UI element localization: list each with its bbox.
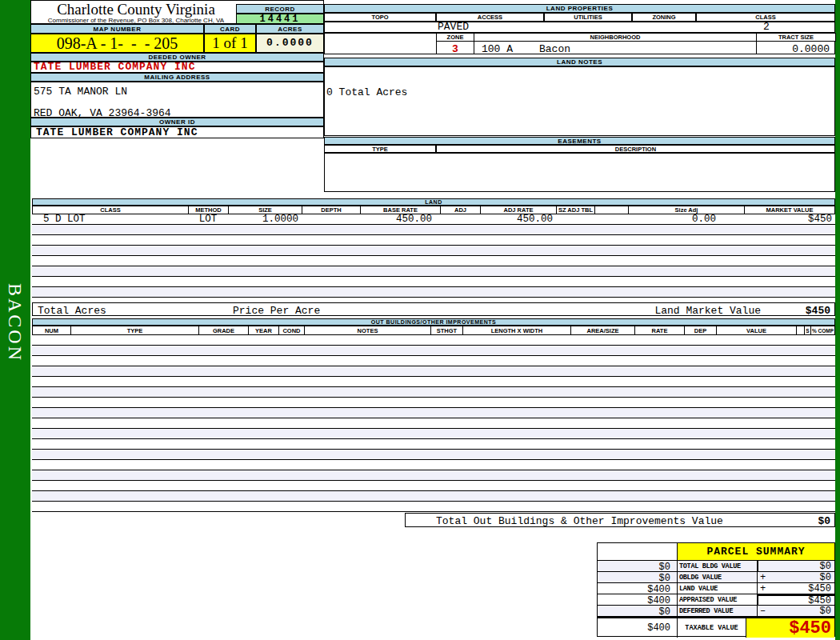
land-col-adj: ADJ bbox=[440, 206, 480, 214]
land-col-base-rate: BASE RATE bbox=[360, 206, 440, 214]
empty-row bbox=[32, 335, 835, 346]
easement-description-header: DESCRIPTION bbox=[436, 145, 835, 153]
price-per-acre-label: Price Per Acre bbox=[233, 305, 320, 317]
land-cell-base-rate: 450.00 bbox=[360, 214, 440, 224]
label-total-bldg: TOTAL BLDG VALUE bbox=[678, 561, 758, 571]
district-name-vertical: BACON bbox=[4, 259, 26, 387]
land-properties-values: PAVED 2 bbox=[324, 22, 835, 33]
out-buildings-header-row: NUM TYPE GRADE YEAR COND NOTES STHGT LEN… bbox=[32, 326, 835, 335]
empty-row bbox=[32, 366, 835, 377]
land-col-market-value: MARKET VALUE bbox=[744, 206, 835, 214]
empty-row bbox=[32, 256, 835, 266]
easements-title: EASEMENTS bbox=[324, 137, 835, 145]
easement-type-header: TYPE bbox=[324, 145, 436, 153]
label-appraised: APPRAISED VALUE bbox=[678, 594, 758, 605]
land-notes-title: LAND NOTES bbox=[324, 58, 835, 66]
mailing-address-line1: 575 TA MANOR LN bbox=[34, 86, 323, 98]
op-obldg: + bbox=[758, 572, 772, 583]
land-market-value-label: Land Market Value bbox=[654, 305, 761, 317]
land-col-class: CLASS bbox=[32, 206, 188, 214]
value-taxable: $450 bbox=[746, 618, 834, 638]
empty-row bbox=[32, 235, 835, 246]
land-col-sz-adj-tbl: SZ ADJ TBL bbox=[556, 206, 594, 214]
empty-row bbox=[32, 277, 835, 287]
empty-row bbox=[32, 481, 835, 491]
summary-row-total-bldg: $0 TOTAL BLDG VALUE $0 bbox=[598, 561, 834, 572]
value-total-bldg: $0 bbox=[773, 561, 834, 572]
tract-size-label: TRACT SIZE bbox=[756, 33, 836, 42]
ob-col-length-width: LENGTH X WIDTH bbox=[462, 326, 570, 335]
summary-row-obldg: $0 OBLDG VALUE + $0 bbox=[598, 572, 834, 583]
zone-value: 3 bbox=[437, 42, 474, 55]
empty-row bbox=[32, 377, 835, 387]
ob-col-value: VALUE bbox=[716, 326, 796, 335]
ob-col-area-size: AREA/SIZE bbox=[570, 326, 634, 335]
land-totals-row: Total Acres Price Per Acre Land Market V… bbox=[32, 302, 835, 316]
zoning-header: ZONING bbox=[632, 13, 696, 22]
map-number-value: 098-A - 1- - - 205 bbox=[30, 34, 204, 53]
empty-row bbox=[32, 408, 835, 418]
op-land: + bbox=[758, 583, 772, 594]
land-table-title: LAND bbox=[32, 198, 835, 206]
zone-label: ZONE bbox=[436, 33, 474, 42]
empty-row bbox=[32, 398, 835, 408]
ob-col-dep: DEP bbox=[684, 326, 716, 335]
acres-value: 0.0000 bbox=[256, 34, 324, 53]
mailing-address-label: MAILING ADDRESS bbox=[30, 73, 324, 82]
label-taxable: TAXABLE VALUE bbox=[678, 618, 746, 638]
empty-row bbox=[32, 356, 835, 366]
deeded-owner-value: TATE LUMBER COMPANY INC bbox=[30, 62, 324, 73]
summary-row-taxable: $400 TAXABLE VALUE $450 bbox=[598, 617, 834, 638]
land-col-method: METHOD bbox=[188, 206, 228, 214]
prior-taxable: $400 bbox=[598, 618, 678, 638]
record-label: RECORD bbox=[236, 4, 324, 14]
zone-box: ZONE NEIGHBORHOOD TRACT SIZE 3 100 A Bac… bbox=[324, 33, 835, 54]
property-record-card: BACON Charlotte County Virginia Commissi… bbox=[0, 0, 840, 640]
empty-row bbox=[32, 429, 835, 439]
empty-row bbox=[32, 418, 835, 429]
left-district-bar: BACON bbox=[0, 0, 30, 640]
land-col-blank bbox=[594, 206, 628, 214]
empty-row bbox=[32, 346, 835, 356]
value-appraised: $450 bbox=[773, 595, 834, 606]
empty-row bbox=[32, 287, 835, 298]
topo-header: TOPO bbox=[324, 13, 436, 22]
land-cell-depth bbox=[302, 214, 360, 224]
ob-col-year: YEAR bbox=[248, 326, 278, 335]
land-empty-rows bbox=[32, 225, 835, 298]
ob-col-num: NUM bbox=[32, 326, 70, 335]
out-buildings-total-row: Total Out Buildings & Other Improvements… bbox=[405, 513, 835, 527]
empty-row bbox=[32, 439, 835, 450]
label-land: LAND VALUE bbox=[678, 583, 758, 594]
empty-row bbox=[32, 266, 835, 277]
summary-row-land: $400 LAND VALUE + $450 bbox=[598, 583, 834, 594]
mailing-address-box: 575 TA MANOR LN RED OAK, VA 23964-3964 bbox=[30, 82, 324, 118]
out-buildings-total-label: Total Out Buildings & Other Improvements… bbox=[436, 515, 723, 527]
owner-id-label: OWNER ID bbox=[30, 118, 324, 126]
land-cell-blank bbox=[594, 214, 628, 224]
neighborhood-name: Bacon bbox=[539, 43, 570, 55]
ob-col-grade: GRADE bbox=[198, 326, 248, 335]
empty-row bbox=[32, 387, 835, 398]
land-cell-method: LOT bbox=[188, 214, 228, 224]
land-table-header-row: CLASS METHOD SIZE DEPTH BASE RATE ADJ AD… bbox=[32, 206, 835, 214]
neighborhood-label: NEIGHBORHOOD bbox=[474, 33, 757, 42]
record-value: 14441 bbox=[236, 14, 324, 24]
owner-id-value: TATE LUMBER COMPANY INC bbox=[30, 126, 324, 138]
empty-row bbox=[32, 450, 835, 460]
land-col-adj-rate: ADJ RATE bbox=[480, 206, 556, 214]
prior-total-bldg: $0 bbox=[598, 561, 678, 571]
card-label: CARD bbox=[204, 24, 256, 34]
land-col-depth: DEPTH bbox=[302, 206, 360, 214]
value-obldg: $0 bbox=[772, 572, 834, 583]
easements-box bbox=[324, 153, 835, 192]
land-cell-size-adj: 0.00 bbox=[628, 214, 744, 224]
ob-col-blank bbox=[796, 326, 804, 335]
label-deferred: DEFERRED VALUE bbox=[678, 606, 758, 616]
label-obldg: OBLDG VALUE bbox=[678, 572, 758, 582]
out-buildings-empty-rows bbox=[32, 335, 835, 512]
empty-row bbox=[32, 246, 835, 256]
acres-label: ACRES bbox=[256, 24, 324, 34]
class-value: 2 bbox=[697, 22, 836, 32]
land-cell-adj-rate: 450.00 bbox=[480, 214, 556, 224]
